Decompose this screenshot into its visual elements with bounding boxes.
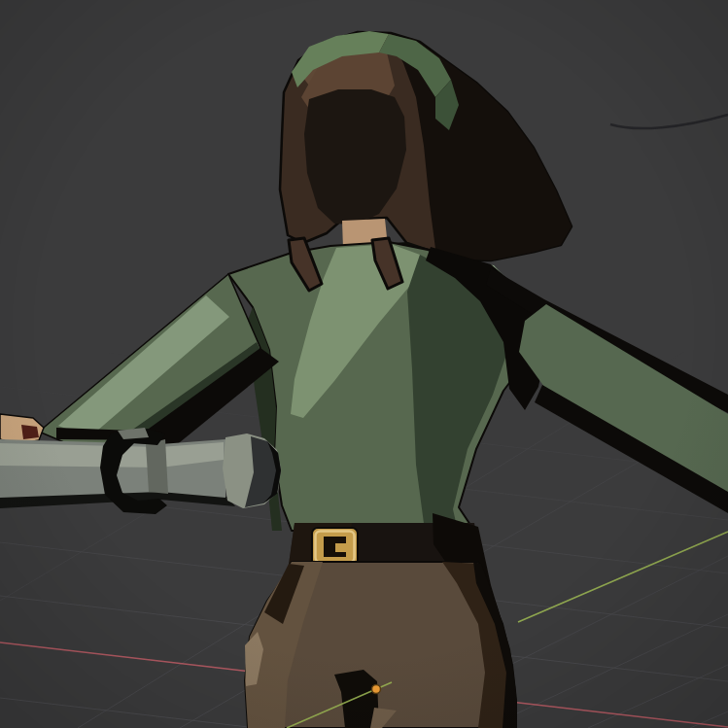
vignette-overlay [0,0,728,728]
viewport-canvas[interactable] [0,0,728,728]
scene-3d [0,0,728,728]
